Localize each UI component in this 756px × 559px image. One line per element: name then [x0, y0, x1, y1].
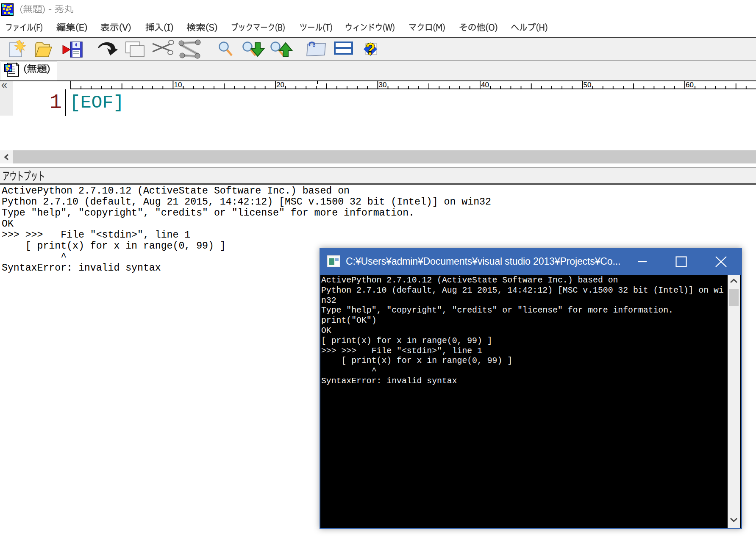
svg-text:10: 10 — [174, 81, 182, 89]
svg-text:30: 30 — [379, 81, 387, 89]
svg-text:20: 20 — [276, 81, 284, 89]
svg-text:50: 50 — [584, 81, 592, 89]
svg-text:40: 40 — [481, 81, 489, 89]
svg-text:?: ? — [365, 40, 375, 58]
svg-text:60: 60 — [686, 81, 694, 89]
